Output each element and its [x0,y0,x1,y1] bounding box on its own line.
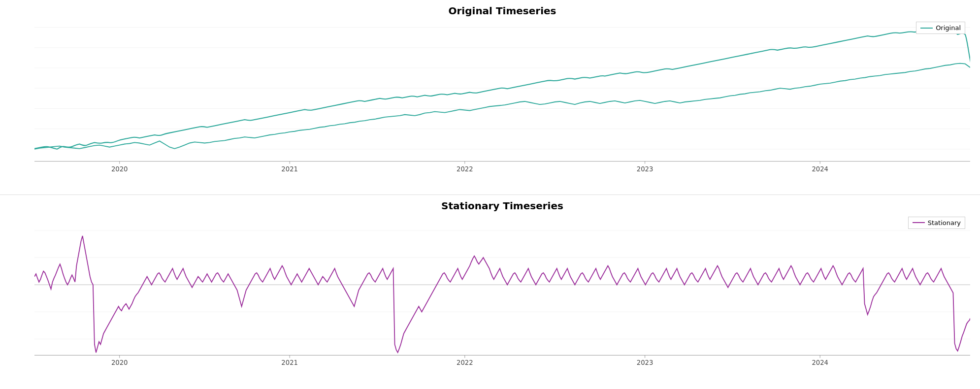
svg-text:2020: 2020 [111,165,128,173]
svg-text:2022: 2022 [457,165,473,173]
original-chart-svg: 150 200 250 300 350 400 450 2020 2021 20… [34,19,970,177]
stationary-chart-panel: Stationary Timeseries Stationary [0,195,980,389]
original-legend-line [920,28,933,29]
svg-text:2021: 2021 [281,165,298,173]
svg-text:2023: 2023 [637,165,653,173]
charts-container: Original Timeseries Original [0,0,980,389]
original-chart-title: Original Timeseries [34,5,970,17]
stationary-legend-line [913,222,925,223]
stationary-legend: Stationary [908,217,965,229]
original-legend: Original [916,22,965,34]
stationary-chart-area: Stationary 1 [34,214,970,372]
stationary-chart-title: Stationary Timeseries [34,200,970,212]
svg-text:2024: 2024 [812,358,828,366]
svg-text:2023: 2023 [637,358,653,366]
original-chart-panel: Original Timeseries Original [0,0,980,194]
original-chart-area: Original [34,19,970,177]
svg-text:2022: 2022 [457,358,473,366]
svg-text:2020: 2020 [111,358,128,366]
stationary-chart-svg: 1.0 0.5 0.0 −0.5 −1.0 2020 2021 2022 202… [34,214,970,372]
original-timeseries-line [34,64,970,149]
svg-text:2024: 2024 [812,165,828,173]
original-legend-label: Original [936,24,961,32]
stationary-legend-label: Stationary [928,219,961,227]
svg-text:2021: 2021 [281,358,298,366]
original-timeseries-path [34,30,970,149]
stationary-timeseries-line [34,236,970,353]
